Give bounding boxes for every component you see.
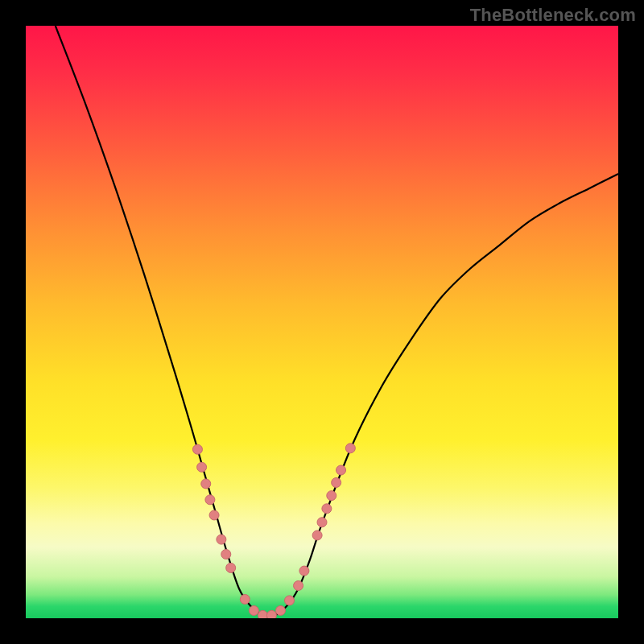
- data-point: [266, 610, 276, 618]
- marker-group: [192, 444, 355, 618]
- data-point: [249, 605, 258, 615]
- data-point: [294, 581, 303, 591]
- data-point: [192, 444, 202, 454]
- data-point: [205, 495, 215, 505]
- bottleneck-curve: [56, 26, 618, 617]
- data-point: [312, 530, 322, 540]
- data-point: [285, 596, 295, 605]
- data-point: [275, 605, 285, 615]
- data-point: [258, 610, 267, 618]
- curve-svg: [26, 26, 618, 618]
- data-point: [197, 462, 207, 472]
- data-point: [327, 491, 336, 501]
- chart-container: TheBottleneck.com: [0, 0, 644, 644]
- data-point: [201, 479, 211, 489]
- data-point: [221, 550, 231, 559]
- data-point: [240, 594, 250, 604]
- plot-area: [26, 26, 618, 618]
- data-point: [209, 510, 219, 520]
- data-point: [332, 477, 341, 487]
- data-point: [336, 465, 346, 475]
- data-point: [226, 563, 236, 572]
- data-point: [317, 518, 327, 527]
- data-point: [345, 444, 355, 453]
- watermark-text: TheBottleneck.com: [470, 5, 636, 26]
- data-point: [322, 504, 332, 514]
- data-point: [299, 566, 309, 576]
- data-point: [217, 535, 226, 544]
